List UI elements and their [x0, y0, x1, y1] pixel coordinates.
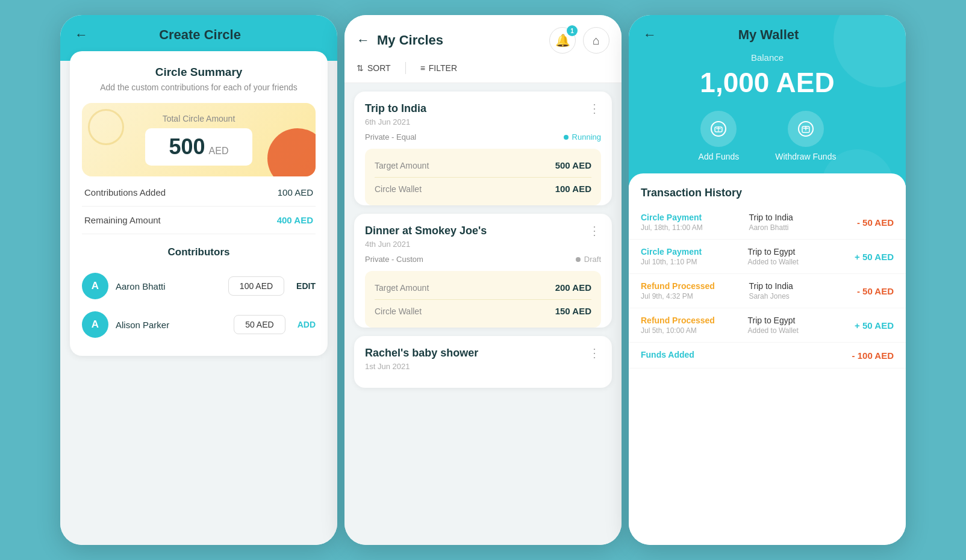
amount-banner: Total Circle Amount 500 AED — [82, 103, 316, 176]
status-badge: Running — [564, 132, 601, 142]
tx-desc-col: Trip to India Aaron Bhatti — [749, 213, 850, 232]
add-button[interactable]: ADD — [298, 320, 316, 329]
card-subtitle: Add the custom contributions for each of… — [82, 82, 316, 92]
tx-desc: Trip to India — [749, 281, 850, 291]
more-options-button[interactable]: ⋮ — [588, 347, 601, 359]
circle-card: Dinner at Smokey Joe's ⋮ 4th Jun 2021 Pr… — [354, 214, 612, 328]
tx-desc-col: Trip to Egypt Added to Wallet — [748, 247, 849, 266]
tx-desc: Trip to India — [749, 213, 850, 222]
contributor-name: Alison Parker — [116, 320, 226, 330]
target-amount-row: Target Amount 500 AED — [375, 157, 591, 173]
tx-amount: - 50 AED — [857, 286, 894, 296]
target-label: Target Amount — [375, 161, 429, 170]
circle-date: 1st Jun 2021 — [365, 362, 601, 371]
tx-desc-col: Trip to Egypt Added to Wallet — [748, 316, 849, 335]
more-options-button[interactable]: ⋮ — [588, 225, 601, 237]
transaction-row: Refund Processed Jul 9th, 4:32 PM Trip t… — [629, 274, 906, 308]
circle-name: Dinner at Smokey Joe's — [365, 225, 487, 237]
notification-badge: 1 — [567, 25, 578, 36]
tx-type: Refund Processed — [641, 316, 742, 325]
transaction-history: Transaction History Circle Payment Jul, … — [629, 173, 906, 545]
filter-label: FILTER — [429, 63, 457, 73]
tx-desc: Trip to Egypt — [748, 316, 849, 325]
status-label: Draft — [584, 255, 601, 264]
tx-sub: Sarah Jones — [749, 292, 850, 300]
remaining-value: 400 AED — [277, 215, 313, 225]
tx-amount: + 50 AED — [855, 320, 894, 331]
divider — [405, 62, 406, 74]
filter-button[interactable]: ≡ FILTER — [420, 63, 457, 73]
status-dot — [576, 257, 581, 262]
add-funds-label: Add Funds — [699, 152, 740, 161]
wallet-value: 150 AED — [555, 306, 591, 316]
circle-type: Private - Equal — [365, 132, 416, 142]
circle-meta: Private - Custom Draft — [365, 255, 601, 264]
my-wallet-screen: ← My Wallet Balance 1,000 AED + Add Fund… — [629, 15, 906, 545]
screen2-header: ← My Circles 🔔 1 ⌂ — [344, 15, 622, 54]
back-arrow-icon[interactable]: ← — [643, 27, 656, 43]
tx-amount: - 50 AED — [857, 217, 894, 228]
card-title: Circle Summary — [82, 66, 316, 79]
contributor-amount: 50 AED — [234, 315, 285, 334]
wallet-label: Circle Wallet — [375, 306, 422, 316]
circles-list: Trip to India ⋮ 6th Jun 2021 Private - E… — [344, 83, 622, 545]
contributor-row: A Alison Parker 50 AED ADD — [82, 305, 316, 344]
circle-type: Private - Custom — [365, 255, 423, 264]
sort-icon: ⇅ — [357, 63, 364, 73]
tx-type: Circle Payment — [641, 247, 742, 257]
contributors-title: Contributors — [82, 246, 316, 258]
circle-date: 6th Jun 2021 — [365, 117, 601, 126]
target-value: 500 AED — [555, 160, 591, 170]
target-amount-row: Target Amount 200 AED — [375, 279, 591, 296]
status-badge: Draft — [576, 255, 601, 264]
circle-amounts: Target Amount 200 AED Circle Wallet 150 … — [365, 271, 601, 328]
add-funds-icon: + — [700, 111, 737, 147]
withdraw-funds-button[interactable]: Withdraw Funds — [775, 111, 836, 161]
tx-date: Jul 5th, 10:00 AM — [641, 326, 742, 335]
remaining-row: Remaining Amount 400 AED — [82, 207, 316, 234]
tx-type-col: Funds Added — [641, 350, 740, 361]
tx-history-title: Transaction History — [629, 173, 906, 205]
tx-type: Circle Payment — [641, 213, 743, 222]
home-button[interactable]: ⌂ — [583, 27, 609, 54]
circle-card: Rachel's baby shower ⋮ 1st Jun 2021 — [354, 336, 612, 388]
add-funds-button[interactable]: + Add Funds — [699, 111, 740, 161]
tx-desc-col — [746, 355, 846, 356]
circle-amounts: Target Amount 500 AED Circle Wallet 100 … — [365, 149, 601, 205]
edit-button[interactable]: EDIT — [296, 281, 316, 291]
tx-desc-col: Trip to India Sarah Jones — [749, 281, 850, 300]
circle-card: Trip to India ⋮ 6th Jun 2021 Private - E… — [354, 92, 612, 205]
circle-name: Rachel's baby shower — [365, 347, 478, 359]
tx-type-col: Refund Processed Jul 9th, 4:32 PM — [641, 281, 743, 300]
screen1-body: Circle Summary Add the custom contributi… — [60, 61, 337, 545]
screen1-title: Create Circle — [95, 27, 305, 43]
sort-filter-bar: ⇅ SORT ≡ FILTER — [344, 54, 622, 83]
target-value: 200 AED — [555, 282, 591, 293]
circle-name: Trip to India — [365, 102, 426, 115]
notification-button[interactable]: 🔔 1 — [549, 27, 576, 54]
tx-amount: + 50 AED — [855, 252, 894, 262]
transaction-row: Funds Added - 100 AED — [629, 343, 906, 369]
tx-date: Jul 10th, 1:10 PM — [641, 258, 742, 266]
avatar: A — [82, 311, 108, 338]
sort-button[interactable]: ⇅ SORT — [357, 63, 391, 73]
status-dot — [564, 135, 569, 140]
sort-label: SORT — [367, 63, 391, 73]
contributions-value: 100 AED — [278, 187, 313, 198]
back-arrow-icon[interactable]: ← — [75, 27, 88, 43]
tx-sub: Added to Wallet — [748, 258, 849, 266]
tx-date: Jul, 18th, 11:00 AM — [641, 223, 743, 232]
my-circles-screen: ← My Circles 🔔 1 ⌂ ⇅ SORT ≡ FILTER Trip … — [344, 15, 622, 545]
status-label: Running — [572, 132, 601, 142]
contributions-row: Contributions Added 100 AED — [82, 179, 316, 207]
amount-box: 500 AED — [145, 128, 253, 166]
more-options-button[interactable]: ⋮ — [588, 102, 601, 114]
withdraw-funds-icon — [788, 111, 824, 147]
back-arrow-icon[interactable]: ← — [357, 33, 370, 48]
transaction-row: Refund Processed Jul 5th, 10:00 AM Trip … — [629, 308, 906, 343]
tx-type: Funds Added — [641, 350, 740, 359]
target-label: Target Amount — [375, 283, 429, 293]
contributions-label: Contributions Added — [84, 187, 166, 198]
tx-type-col: Circle Payment Jul 10th, 1:10 PM — [641, 247, 742, 266]
avatar: A — [82, 273, 108, 299]
